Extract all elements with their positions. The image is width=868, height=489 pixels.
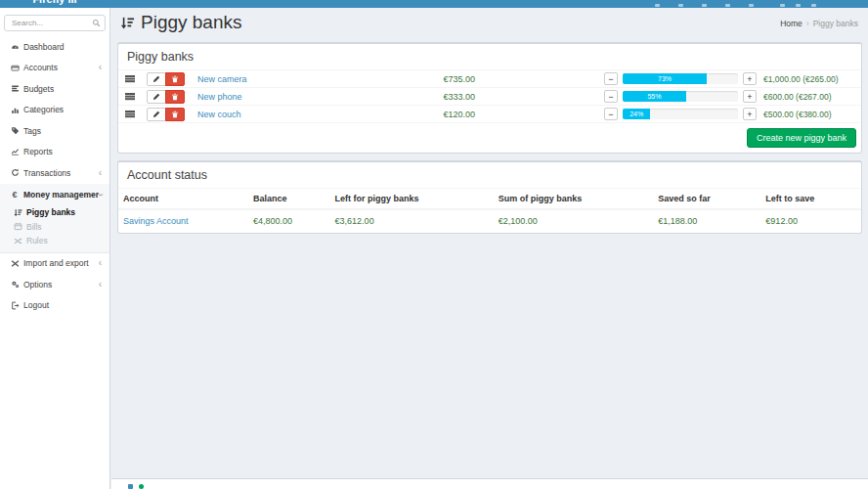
money-management-section: € Money management Piggy banks Bills bbox=[0, 184, 109, 253]
bar-chart-icon bbox=[9, 106, 21, 114]
euro-icon: € bbox=[9, 190, 21, 200]
sidebar-item-options[interactable]: Options bbox=[0, 274, 109, 295]
sidebar-item-bills[interactable]: Bills bbox=[0, 220, 109, 235]
piggy-banks-panel: Piggy banks New camera €735.00 − 73% + €… bbox=[117, 42, 862, 154]
navbar-icon[interactable] bbox=[780, 4, 785, 7]
sidebar-item-money-management[interactable]: € Money management bbox=[0, 185, 109, 206]
add-money-button[interactable]: + bbox=[743, 72, 757, 85]
column-header: Sum of piggy banks bbox=[494, 189, 653, 209]
trash-icon bbox=[171, 93, 179, 101]
sidebar-item-reports[interactable]: Reports bbox=[0, 142, 109, 163]
column-header: Account bbox=[118, 189, 248, 209]
panel-title: Piggy banks bbox=[118, 44, 861, 70]
search-input[interactable] bbox=[4, 15, 106, 31]
target-amount: €600.00 (€267.00) bbox=[757, 92, 856, 102]
progress-bar: 73% bbox=[623, 73, 738, 84]
table-row: Savings Account €4,800.00 €3,612.00 €2,1… bbox=[118, 209, 861, 233]
column-header: Left to save bbox=[760, 189, 861, 209]
pencil-icon bbox=[152, 111, 160, 118]
trash-icon bbox=[171, 111, 179, 118]
shuffle-icon bbox=[12, 237, 23, 245]
edit-piggy-button[interactable] bbox=[147, 72, 166, 86]
chevron-left-icon bbox=[99, 63, 102, 72]
tags-icon bbox=[9, 126, 21, 135]
trash-icon bbox=[171, 75, 179, 83]
sidebar-item-tags[interactable]: Tags bbox=[0, 120, 109, 142]
account-status-panel: Account status Account Balance Left for … bbox=[117, 160, 862, 234]
left-for-piggy-banks-value: €3,612.00 bbox=[330, 209, 494, 233]
sidebar-item-accounts[interactable]: Accounts bbox=[0, 58, 109, 79]
piggy-bank-link[interactable]: New couch bbox=[197, 110, 241, 119]
line-chart-icon bbox=[9, 148, 21, 156]
sidebar-item-logout[interactable]: Logout bbox=[0, 295, 109, 317]
navbar-icon[interactable] bbox=[749, 4, 754, 7]
chevron-left-icon bbox=[99, 258, 102, 268]
pencil-icon bbox=[152, 93, 160, 101]
main-content: Piggy banks HomePiggy banks Piggy banks … bbox=[111, 0, 868, 234]
column-header: Left for piggy banks bbox=[330, 189, 494, 209]
account-link[interactable]: Savings Account bbox=[123, 216, 189, 226]
remove-money-button[interactable]: − bbox=[604, 72, 618, 85]
random-icon bbox=[9, 259, 21, 268]
sum-of-piggy-banks-value: €2,100.00 bbox=[494, 209, 653, 233]
gauge-icon bbox=[9, 42, 21, 51]
sidebar-item-dashboard[interactable]: Dashboard bbox=[0, 36, 109, 58]
piggy-bank-row: New phone €333.00 − 55% + €600.00 (€267.… bbox=[118, 88, 861, 106]
navbar-icon[interactable] bbox=[702, 4, 707, 7]
breadcrumb-home-link[interactable]: Home bbox=[780, 19, 803, 28]
calendar-icon bbox=[12, 222, 23, 231]
remove-money-button[interactable]: − bbox=[604, 108, 618, 120]
progress-fill: 55% bbox=[623, 91, 686, 102]
delete-piggy-button[interactable] bbox=[165, 90, 185, 104]
piggy-bank-link[interactable]: New camera bbox=[197, 74, 247, 84]
breadcrumb-separator bbox=[803, 19, 813, 28]
sidebar-item-piggy-banks[interactable]: Piggy banks bbox=[0, 205, 109, 220]
pencil-icon bbox=[152, 75, 160, 83]
navbar-icon[interactable] bbox=[811, 4, 816, 7]
page-title: Piggy banks bbox=[120, 12, 242, 33]
breadcrumb-current: Piggy banks bbox=[813, 19, 858, 28]
add-money-button[interactable]: + bbox=[743, 108, 757, 120]
piggy-bank-row: New camera €735.00 − 73% + €1,000.00 (€2… bbox=[118, 70, 861, 88]
navbar-icons[interactable] bbox=[655, 4, 816, 7]
balance-value: €4,800.00 bbox=[248, 209, 330, 233]
piggy-bank-row: New couch €120.00 − 24% + €500.00 (€380.… bbox=[118, 106, 861, 123]
target-amount: €1,000.00 (€265.00) bbox=[757, 74, 856, 84]
navbar-icon[interactable] bbox=[655, 4, 660, 7]
refresh-icon bbox=[9, 168, 21, 177]
progress-fill: 24% bbox=[623, 109, 650, 119]
sort-amount-icon bbox=[12, 208, 23, 217]
sidebar-item-rules[interactable]: Rules bbox=[0, 234, 109, 248]
delete-piggy-button[interactable] bbox=[165, 108, 185, 121]
progress-bar: 55% bbox=[623, 91, 738, 102]
remove-money-button[interactable]: − bbox=[604, 90, 618, 103]
piggy-bank-link[interactable]: New phone bbox=[197, 92, 242, 102]
add-money-button[interactable]: + bbox=[743, 90, 757, 103]
sidebar: Dashboard Accounts Budgets Categories bbox=[0, 8, 110, 489]
top-navbar: Firefly III bbox=[0, 0, 868, 8]
search-icon[interactable] bbox=[92, 19, 101, 27]
footer-icon[interactable] bbox=[128, 484, 133, 489]
chevron-left-icon bbox=[99, 280, 102, 289]
chevron-down-icon bbox=[99, 190, 102, 200]
navbar-icon[interactable] bbox=[796, 4, 801, 7]
account-status-table: Account Balance Left for piggy banks Sum… bbox=[118, 189, 861, 233]
saved-amount: €333.00 bbox=[424, 92, 475, 102]
breadcrumb: HomePiggy banks bbox=[780, 19, 858, 28]
brand-logo[interactable]: Firefly III bbox=[0, 0, 109, 5]
sidebar-item-import-export[interactable]: Import and export bbox=[0, 253, 109, 275]
sidebar-item-categories[interactable]: Categories bbox=[0, 100, 109, 121]
column-header: Balance bbox=[248, 189, 330, 209]
create-piggy-bank-button[interactable]: Create new piggy bank bbox=[747, 128, 856, 148]
edit-piggy-button[interactable] bbox=[147, 90, 166, 104]
sidebar-item-transactions[interactable]: Transactions bbox=[0, 162, 109, 184]
delete-piggy-button[interactable] bbox=[165, 72, 185, 86]
navbar-icon[interactable] bbox=[725, 4, 730, 7]
tasks-icon bbox=[9, 84, 21, 93]
edit-piggy-button[interactable] bbox=[147, 108, 166, 121]
sidebar-item-budgets[interactable]: Budgets bbox=[0, 78, 109, 100]
footer-icon[interactable] bbox=[139, 484, 144, 489]
chevron-left-icon bbox=[99, 168, 102, 178]
navbar-icon[interactable] bbox=[678, 4, 683, 7]
column-header: Saved so far bbox=[653, 189, 760, 209]
